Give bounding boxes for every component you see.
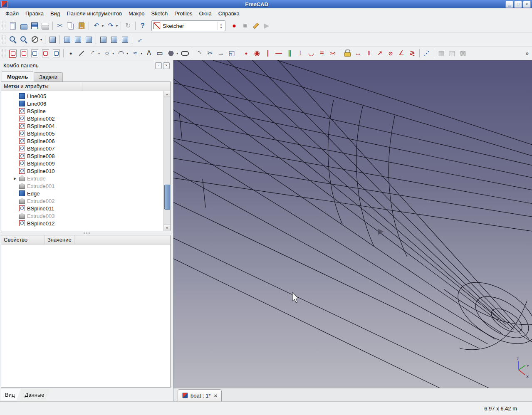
create-arc-button[interactable]: ◜ (87, 48, 101, 59)
tree-item[interactable]: BSpline011 (1, 205, 164, 212)
refresh-button[interactable]: ↻ (123, 20, 134, 31)
reorient-sketch-button[interactable] (51, 48, 62, 59)
tree-item[interactable]: Line006 (1, 100, 164, 107)
toolbar-grip[interactable] (2, 49, 5, 57)
constraint-vertical-button[interactable]: | (262, 48, 273, 59)
constraint-perpendicular-button[interactable]: ⊥ (295, 48, 306, 59)
create-line-button[interactable] (76, 48, 87, 59)
constraint-angle-button[interactable]: ∠ (396, 48, 407, 59)
constraint-point-on-object-button[interactable]: ◉ (252, 48, 262, 59)
3d-viewport[interactable]: Z Y X (173, 60, 532, 388)
tree-item[interactable]: BSpline012 (1, 220, 164, 227)
menu-profiles[interactable]: Profiles (171, 9, 195, 18)
view-bottom-button[interactable] (109, 34, 119, 45)
tree-item[interactable]: BSpline009 (1, 160, 164, 167)
toolbar-grip[interactable] (2, 35, 5, 44)
create-conic-button[interactable]: ◠ (115, 48, 129, 59)
minimize-button[interactable]: ▁ (505, 1, 513, 8)
constraint-symmetric-button[interactable]: >< (327, 48, 338, 59)
tree-item[interactable]: ▶Extrude (1, 175, 164, 182)
whats-this-button[interactable]: ? (137, 20, 148, 31)
constraint-lock-button[interactable] (342, 48, 353, 59)
view-top-button[interactable] (72, 34, 83, 45)
menu-windows[interactable]: Окна (196, 9, 215, 18)
create-slot-button[interactable] (179, 48, 190, 59)
close-button[interactable]: × (523, 1, 531, 8)
constraint-parallel-button[interactable]: ∥ (284, 48, 295, 59)
select-constraints-button[interactable]: ▤ (447, 48, 458, 59)
view-left-button[interactable] (119, 34, 130, 45)
view-sketch-button[interactable] (18, 48, 29, 59)
create-bspline-button[interactable]: ≈ (129, 48, 144, 59)
property-column-name[interactable]: Свойство (1, 235, 45, 244)
tree-item[interactable]: Extrude003 (1, 212, 164, 220)
tree-scrollbar[interactable]: ▲ ▼ (163, 91, 170, 231)
expander-icon[interactable]: ▶ (14, 177, 19, 180)
tree-item[interactable]: BSpline005 (1, 130, 164, 137)
constraint-radius-button[interactable]: ⌀ (385, 48, 396, 59)
create-point-button[interactable]: ● (65, 48, 76, 59)
view-right-button[interactable] (83, 34, 94, 45)
menu-edit[interactable]: Правка (22, 9, 47, 18)
macro-record-button[interactable]: ● (229, 20, 240, 31)
menu-toolbars[interactable]: Панели инструментов (64, 9, 125, 18)
create-circle-button[interactable]: ○ (101, 48, 115, 59)
draw-style-button[interactable] (29, 34, 43, 45)
fit-all-button[interactable] (7, 34, 18, 45)
tab-view[interactable]: Вид (1, 389, 21, 400)
create-polyline-button[interactable]: Λ (144, 48, 154, 59)
tree-item[interactable]: BSpline008 (1, 152, 164, 160)
menu-help[interactable]: Справка (215, 9, 242, 18)
tree-item[interactable]: BSpline010 (1, 167, 164, 175)
scrollbar-thumb[interactable] (164, 185, 170, 210)
tree-item[interactable]: Extrude002 (1, 197, 164, 205)
constraint-snell-button[interactable]: ≷ (407, 48, 418, 59)
view-isometric-button[interactable] (47, 34, 58, 45)
view-section-button[interactable] (29, 48, 40, 59)
document-tab-boat[interactable]: boat : 1* × (178, 389, 222, 401)
tree-item[interactable]: BSpline006 (1, 137, 164, 145)
tab-model[interactable]: Модель (2, 71, 33, 82)
property-column-value[interactable]: Значение (45, 235, 74, 244)
open-document-button[interactable] (18, 20, 29, 31)
macro-play-button[interactable]: ▶ (261, 20, 272, 31)
fillet-button[interactable]: ◝ (194, 48, 205, 59)
fit-selection-button[interactable] (18, 34, 29, 45)
toolbar-grip[interactable] (2, 22, 5, 30)
cut-button[interactable]: ✂ (54, 20, 65, 31)
create-polygon-button[interactable] (165, 48, 179, 59)
paste-button[interactable] (76, 20, 87, 31)
copy-button[interactable] (65, 20, 76, 31)
panel-splitter[interactable] (0, 231, 173, 235)
view-front-button[interactable] (62, 34, 72, 45)
map-sketch-button[interactable] (40, 48, 51, 59)
select-redundant-button[interactable]: ▩ (458, 48, 468, 59)
menu-view[interactable]: Вид (47, 9, 63, 18)
leave-sketch-button[interactable] (7, 48, 18, 59)
macro-edit-button[interactable] (250, 20, 261, 31)
view-rear-button[interactable] (98, 34, 109, 45)
toolbar-overflow-chevron[interactable]: » (523, 50, 531, 57)
close-tab-icon[interactable]: × (214, 393, 217, 399)
trim-button[interactable]: ✂ (205, 48, 215, 59)
print-button[interactable] (40, 20, 51, 31)
tree-item[interactable]: Line005 (1, 92, 164, 100)
tree-item[interactable]: BSpline004 (1, 122, 164, 130)
constraint-coincident-button[interactable]: ● (241, 48, 252, 59)
scroll-up-icon[interactable]: ▲ (164, 91, 170, 97)
panel-float-button[interactable]: ▫ (155, 62, 162, 69)
panel-close-button[interactable]: × (163, 62, 170, 69)
tree-item[interactable]: Extrude001 (1, 182, 164, 190)
tree-item[interactable]: Edge (1, 190, 164, 197)
tab-tasks[interactable]: Задачи (34, 72, 63, 82)
new-document-button[interactable] (7, 20, 18, 31)
constraint-distance-button[interactable]: ↗ (374, 48, 385, 59)
tree-item[interactable]: BSpline (1, 107, 164, 115)
select-elements-button[interactable]: ▦ (436, 48, 447, 59)
redo-button[interactable]: ↷ (105, 20, 119, 31)
menu-macro[interactable]: Макро (126, 9, 147, 18)
macro-stop-button[interactable]: ■ (240, 20, 250, 31)
toggle-construction-button[interactable] (421, 48, 432, 59)
menu-sketch[interactable]: Sketch (148, 9, 171, 18)
workbench-selector[interactable]: Sketcher ▴▾ (151, 20, 225, 31)
